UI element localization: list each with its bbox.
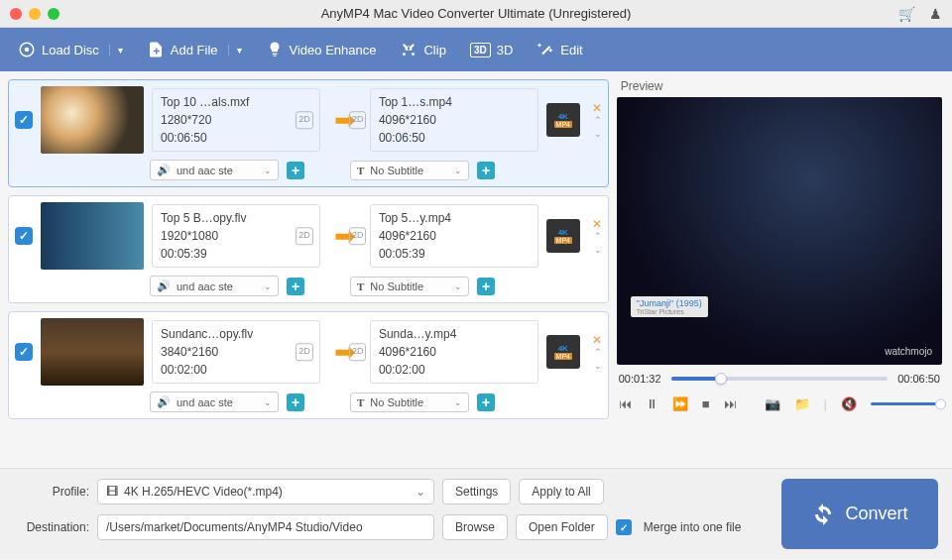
subtitle-select[interactable]: TNo Subtitle⌄: [350, 392, 469, 412]
destination-info: Sunda…y.mp4 4096*2160 00:02:00 2D: [370, 320, 538, 384]
add-audio-button[interactable]: +: [287, 393, 304, 411]
wand-icon: [536, 41, 554, 58]
seek-track[interactable]: [671, 377, 889, 381]
item-checkbox[interactable]: [15, 111, 33, 129]
move-down-icon[interactable]: ⌄: [594, 245, 602, 255]
subtitle-select[interactable]: TNo Subtitle⌄: [350, 277, 469, 296]
load-disc-button[interactable]: Load Disc ▾: [8, 35, 133, 64]
audio-track-select[interactable]: 🔊und aac ste⌄: [150, 392, 279, 412]
prev-icon[interactable]: ⏮: [619, 396, 632, 411]
speaker-icon: 🔊: [157, 164, 171, 176]
settings-button[interactable]: Settings: [442, 479, 511, 504]
snapshot-folder-icon[interactable]: 📁: [794, 396, 810, 411]
speaker-icon: 🔊: [157, 395, 171, 408]
destination-input[interactable]: /Users/market/Documents/AnyMP4 Studio/Vi…: [97, 514, 434, 540]
output-format-icon[interactable]: 4KMP4: [546, 103, 580, 137]
merge-checkbox[interactable]: [616, 519, 632, 535]
player-controls: ⏮ ⏸ ⏩ ■ ⏭ 📷 📁 | 🔇: [617, 392, 942, 415]
add-audio-button[interactable]: +: [287, 278, 304, 295]
clip-button[interactable]: Clip: [390, 35, 455, 64]
profile-select[interactable]: 🎞 4K H.265/HEVC Video(*.mp4) ⌄: [97, 479, 434, 504]
two-d-badge: 2D: [296, 111, 313, 129]
footer: Profile: 🎞 4K H.265/HEVC Video(*.mp4) ⌄ …: [0, 468, 952, 559]
move-up-icon[interactable]: ⌃: [594, 347, 602, 357]
pause-icon[interactable]: ⏸: [646, 396, 658, 411]
main-toolbar: Load Disc ▾ Add File ▾ Video Enhance Cli…: [0, 28, 952, 71]
file-item[interactable]: Top 10 …als.mxf 1280*720 00:06:50 2D ➡ T…: [8, 79, 609, 187]
remove-item-icon[interactable]: ✕: [592, 333, 602, 347]
scissors-icon: [400, 41, 417, 58]
item-thumbnail[interactable]: [41, 86, 144, 154]
snapshot-icon[interactable]: 📷: [765, 396, 780, 411]
move-down-icon[interactable]: ⌄: [594, 129, 602, 139]
add-subtitle-button[interactable]: +: [477, 278, 495, 295]
audio-track-select[interactable]: 🔊und aac ste⌄: [150, 160, 279, 180]
apply-all-button[interactable]: Apply to All: [519, 479, 603, 504]
item-checkbox[interactable]: [15, 227, 33, 245]
file-list: Top 10 …als.mxf 1280*720 00:06:50 2D ➡ T…: [0, 71, 617, 468]
speaker-icon: 🔊: [157, 280, 171, 292]
preview-label: Preview: [617, 77, 942, 97]
main-area: Top 10 …als.mxf 1280*720 00:06:50 2D ➡ T…: [0, 71, 952, 468]
move-up-icon[interactable]: ⌃: [594, 231, 602, 241]
preview-video[interactable]: "Jumanji" (1995) TriStar Pictures watchm…: [617, 97, 942, 365]
add-audio-button[interactable]: +: [287, 162, 304, 179]
two-d-badge: 2D: [349, 343, 367, 361]
add-file-button[interactable]: Add File ▾: [137, 35, 252, 64]
next-icon[interactable]: ⏭: [724, 396, 737, 411]
two-d-badge: 2D: [349, 227, 367, 245]
subtitle-select[interactable]: TNo Subtitle⌄: [350, 161, 469, 180]
item-thumbnail[interactable]: [41, 318, 144, 386]
disc-icon: [18, 41, 36, 58]
edit-button[interactable]: Edit: [527, 35, 592, 64]
output-format-icon[interactable]: 4KMP4: [546, 219, 580, 253]
cart-icon[interactable]: 🛒: [898, 6, 915, 22]
minimize-window-button[interactable]: [29, 8, 41, 20]
add-subtitle-button[interactable]: +: [477, 393, 495, 411]
subtitle-icon: T: [357, 396, 364, 408]
output-format-icon[interactable]: 4KMP4: [546, 335, 580, 369]
destination-info: Top 5…y.mp4 4096*2160 00:05:39 2D: [370, 204, 538, 268]
add-subtitle-button[interactable]: +: [477, 162, 495, 179]
audio-track-select[interactable]: 🔊und aac ste⌄: [150, 276, 279, 296]
open-folder-button[interactable]: Open Folder: [516, 514, 608, 540]
window-title: AnyMP4 Mac Video Converter Ultimate (Unr…: [0, 6, 952, 21]
video-enhance-button[interactable]: Video Enhance: [256, 35, 387, 64]
source-info: Top 10 …als.mxf 1280*720 00:06:50 2D: [152, 88, 320, 152]
volume-knob[interactable]: [935, 398, 946, 409]
fast-forward-icon[interactable]: ⏩: [672, 396, 688, 411]
stop-icon[interactable]: ■: [702, 396, 710, 411]
chevron-down-icon: ⌄: [416, 485, 425, 499]
total-time: 00:06:50: [897, 373, 940, 385]
file-item[interactable]: Sundanc…opy.flv 3840*2160 00:02:00 2D ➡ …: [8, 311, 609, 419]
close-window-button[interactable]: [10, 8, 22, 20]
file-item[interactable]: Top 5 B…opy.flv 1920*1080 00:05:39 2D ➡ …: [8, 195, 609, 303]
profile-label: Profile:: [14, 485, 89, 499]
seek-knob[interactable]: [715, 373, 727, 385]
subtitle-icon: T: [357, 280, 364, 292]
register-icon[interactable]: ♟: [929, 6, 942, 22]
three-d-button[interactable]: 3D 3D: [460, 37, 523, 63]
maximize-window-button[interactable]: [48, 8, 60, 20]
three-d-icon: 3D: [470, 43, 491, 57]
convert-button[interactable]: Convert: [781, 479, 938, 549]
preview-title-card: "Jumanji" (1995) TriStar Pictures: [631, 296, 708, 317]
item-checkbox[interactable]: [15, 343, 33, 361]
current-time: 00:01:32: [619, 373, 661, 385]
titlebar: AnyMP4 Mac Video Converter Ultimate (Unr…: [0, 0, 952, 28]
load-disc-dropdown[interactable]: ▾: [109, 45, 123, 56]
add-file-dropdown[interactable]: ▾: [228, 45, 242, 56]
remove-item-icon[interactable]: ✕: [592, 217, 602, 231]
svg-point-1: [25, 48, 30, 53]
volume-icon[interactable]: 🔇: [841, 396, 857, 411]
item-thumbnail[interactable]: [41, 202, 144, 270]
browse-button[interactable]: Browse: [442, 514, 508, 540]
volume-slider[interactable]: [871, 402, 940, 405]
move-down-icon[interactable]: ⌄: [594, 361, 602, 371]
move-up-icon[interactable]: ⌃: [594, 115, 602, 125]
profile-icon: 🎞: [106, 485, 118, 499]
remove-item-icon[interactable]: ✕: [592, 101, 602, 115]
convert-icon: [811, 503, 835, 526]
destination-label: Destination:: [14, 520, 89, 534]
enhance-icon: [266, 41, 284, 58]
